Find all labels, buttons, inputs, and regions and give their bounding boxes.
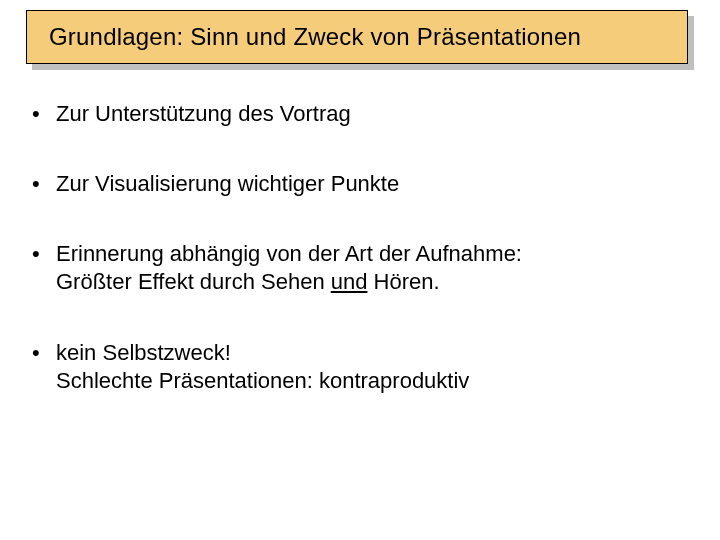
- title-container: Grundlagen: Sinn und Zweck von Präsentat…: [26, 10, 694, 66]
- list-item: Zur Visualisierung wichtiger Punkte: [30, 170, 680, 198]
- bullet-text: Zur Unterstützung des Vortrag: [56, 101, 351, 126]
- content-area: Zur Unterstützung des Vortrag Zur Visual…: [30, 100, 680, 437]
- bullet-text: Erinnerung abhängig von der Art der Aufn…: [56, 241, 522, 266]
- bullet-text: Hören.: [367, 269, 439, 294]
- list-item: kein Selbstzweck! Schlechte Präsentation…: [30, 339, 680, 395]
- bullet-text: Schlechte Präsentationen: kontraprodukti…: [56, 368, 469, 393]
- title-box: Grundlagen: Sinn und Zweck von Präsentat…: [26, 10, 688, 64]
- list-item: Erinnerung abhängig von der Art der Aufn…: [30, 240, 680, 296]
- bullet-text: kein Selbstzweck!: [56, 340, 231, 365]
- bullet-text: Größter Effekt durch Sehen: [56, 269, 331, 294]
- bullet-text: Zur Visualisierung wichtiger Punkte: [56, 171, 399, 196]
- bullet-text-underline: und: [331, 269, 368, 294]
- bullet-list: Zur Unterstützung des Vortrag Zur Visual…: [30, 100, 680, 395]
- slide-title: Grundlagen: Sinn und Zweck von Präsentat…: [49, 23, 581, 51]
- slide: Grundlagen: Sinn und Zweck von Präsentat…: [0, 0, 720, 540]
- list-item: Zur Unterstützung des Vortrag: [30, 100, 680, 128]
